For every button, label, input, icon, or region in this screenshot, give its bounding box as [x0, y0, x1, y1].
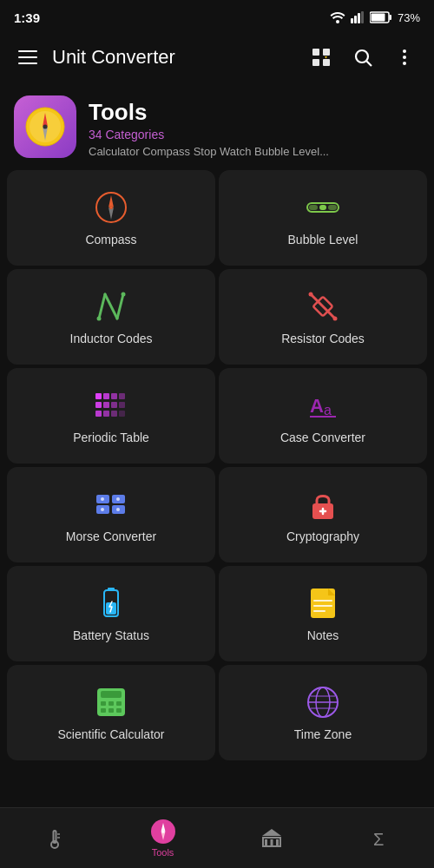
svg-rect-41 — [103, 393, 109, 399]
svg-rect-75 — [101, 691, 122, 698]
svg-marker-100 — [262, 829, 281, 836]
svg-rect-28 — [309, 205, 318, 210]
cryptography-icon — [306, 488, 339, 521]
svg-point-15 — [403, 49, 406, 53]
svg-point-39 — [333, 317, 338, 321]
header-description: Calculator Compass Stop Watch Bubble Lev… — [89, 145, 329, 158]
hamburger-icon — [18, 50, 37, 64]
app-bar-actions — [302, 38, 424, 76]
status-icons: 73% — [330, 11, 420, 24]
svg-point-59 — [101, 497, 104, 501]
bubble-level-icon — [306, 191, 339, 224]
tools-icon-wrap — [14, 95, 76, 158]
menu-button[interactable] — [10, 40, 45, 75]
svg-point-34 — [97, 317, 102, 321]
svg-point-17 — [403, 62, 406, 65]
svg-rect-10 — [312, 59, 319, 66]
compass-item[interactable]: Compass — [7, 170, 215, 266]
svg-point-60 — [116, 497, 120, 501]
morse-converter-label: Morse Converter — [66, 529, 156, 543]
cryptography-item[interactable]: Cryptography — [219, 467, 427, 562]
search-button[interactable] — [344, 38, 382, 76]
svg-rect-51 — [119, 411, 125, 417]
battery-status-icon — [95, 587, 128, 620]
svg-rect-40 — [95, 393, 102, 399]
notes-label: Notes — [307, 628, 339, 642]
favorite-grid-icon — [311, 47, 332, 68]
svg-point-0 — [336, 20, 339, 23]
tools-grid: Compass Bubble Level Inductor Codes — [0, 170, 434, 760]
svg-line-31 — [99, 294, 105, 319]
svg-rect-67 — [108, 588, 115, 591]
battery-icon — [370, 11, 392, 23]
case-converter-icon: A a — [306, 389, 339, 422]
svg-text:A: A — [310, 395, 324, 417]
svg-point-22 — [43, 125, 48, 129]
nav-tools[interactable]: Tools — [108, 819, 217, 858]
content-area: Compass Bubble Level Inductor Codes — [0, 170, 434, 807]
svg-rect-48 — [95, 411, 102, 417]
signal-icon — [351, 11, 365, 23]
svg-rect-44 — [95, 402, 102, 408]
case-converter-label: Case Converter — [280, 431, 365, 444]
svg-point-13 — [356, 50, 368, 62]
app-title: Unit Converter — [52, 46, 302, 69]
battery-status-label: Battery Status — [73, 628, 149, 642]
header-card: Tools 34 Categories Calculator Compass S… — [0, 83, 434, 170]
cryptography-label: Cryptography — [286, 529, 359, 543]
svg-line-14 — [367, 62, 372, 67]
scientific-calculator-label: Scientific Calculator — [58, 727, 165, 741]
morse-converter-item[interactable]: Morse Converter — [7, 467, 215, 562]
svg-rect-29 — [319, 205, 326, 210]
svg-point-95 — [161, 830, 165, 833]
nav-tools-label: Tools — [152, 847, 174, 858]
nav-bank[interactable] — [217, 827, 326, 850]
svg-rect-80 — [108, 708, 114, 713]
svg-rect-1 — [351, 18, 353, 23]
bottom-nav: Tools Σ — [0, 807, 434, 868]
svg-text:Σ: Σ — [373, 830, 384, 849]
svg-marker-24 — [108, 195, 114, 207]
svg-rect-6 — [389, 15, 391, 20]
svg-rect-11 — [323, 59, 330, 66]
time-zone-item[interactable]: Time Zone — [219, 665, 427, 760]
periodic-table-icon — [95, 389, 128, 422]
periodic-table-item[interactable]: Periodic Table — [7, 368, 215, 464]
svg-rect-46 — [111, 402, 117, 408]
notes-item[interactable]: Notes — [219, 566, 427, 661]
svg-rect-7 — [371, 14, 385, 22]
svg-rect-9 — [323, 49, 330, 56]
svg-point-35 — [122, 293, 126, 297]
header-subtitle: 34 Categories — [89, 128, 329, 141]
favorite-grid-button[interactable] — [302, 38, 340, 76]
scientific-calculator-item[interactable]: Scientific Calculator — [7, 665, 215, 760]
svg-rect-50 — [111, 411, 117, 417]
svg-line-32 — [105, 294, 117, 319]
battery-status-item[interactable]: Battery Status — [7, 566, 215, 661]
svg-point-62 — [116, 508, 120, 511]
tools-nav-icon — [150, 819, 176, 845]
time-zone-label: Time Zone — [294, 727, 352, 741]
compass-header-icon — [24, 106, 66, 148]
svg-line-33 — [117, 294, 123, 319]
case-converter-item[interactable]: A a Case Converter — [219, 368, 427, 464]
svg-point-16 — [403, 56, 406, 59]
nav-thermometer[interactable] — [0, 827, 108, 850]
scientific-calculator-icon — [95, 686, 128, 719]
bubble-level-item[interactable]: Bubble Level — [219, 170, 427, 266]
svg-text:a: a — [324, 403, 332, 418]
header-title: Tools — [89, 99, 329, 126]
svg-rect-4 — [361, 11, 364, 23]
nav-sigma[interactable]: Σ — [326, 827, 434, 850]
svg-rect-42 — [111, 393, 117, 399]
resistor-codes-item[interactable]: Resistor Codes — [219, 269, 427, 365]
more-button[interactable] — [385, 38, 424, 76]
svg-point-61 — [101, 508, 104, 511]
svg-rect-45 — [103, 402, 109, 408]
more-vertical-icon — [394, 47, 415, 68]
svg-rect-77 — [108, 701, 114, 706]
inductor-codes-item[interactable]: Inductor Codes — [7, 269, 215, 365]
svg-rect-30 — [328, 205, 337, 210]
svg-rect-81 — [116, 708, 122, 713]
thermometer-icon — [43, 827, 66, 850]
